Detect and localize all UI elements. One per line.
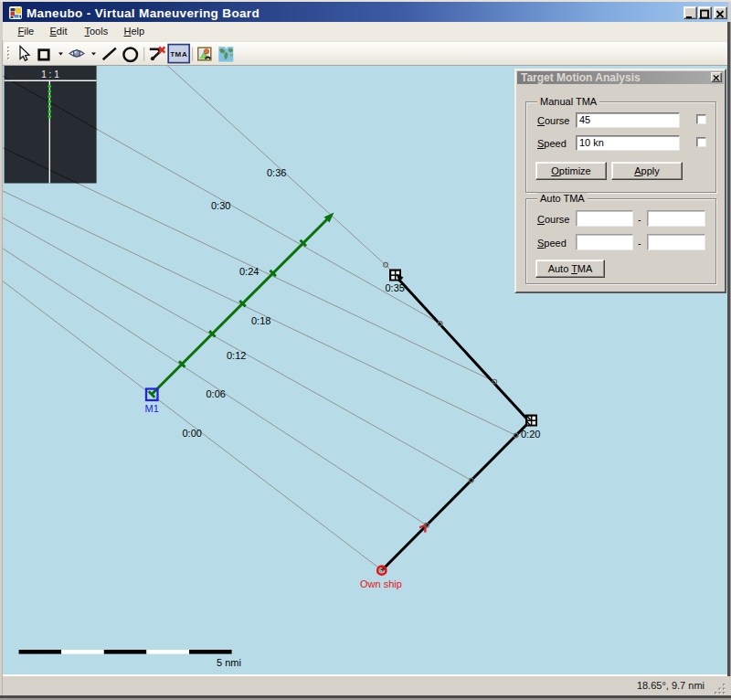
svg-text:TMA: TMA (170, 50, 187, 58)
svg-text:0:24: 0:24 (239, 266, 259, 277)
svg-text:0:36: 0:36 (267, 167, 286, 178)
svg-text:0:12: 0:12 (227, 350, 246, 361)
svg-text:0:06: 0:06 (207, 388, 226, 399)
svg-text:0:00: 0:00 (183, 428, 202, 439)
svg-text:0:30: 0:30 (211, 200, 230, 211)
svg-text:0:18: 0:18 (251, 315, 270, 326)
svg-text:1 : 1: 1 : 1 (41, 69, 59, 80)
svg-text:5 nmi: 5 nmi (217, 657, 241, 668)
svg-text:Own ship: Own ship (360, 578, 402, 589)
svg-text:M1: M1 (145, 403, 159, 414)
svg-text:0:20: 0:20 (521, 429, 540, 440)
svg-text:0:35: 0:35 (386, 282, 405, 293)
